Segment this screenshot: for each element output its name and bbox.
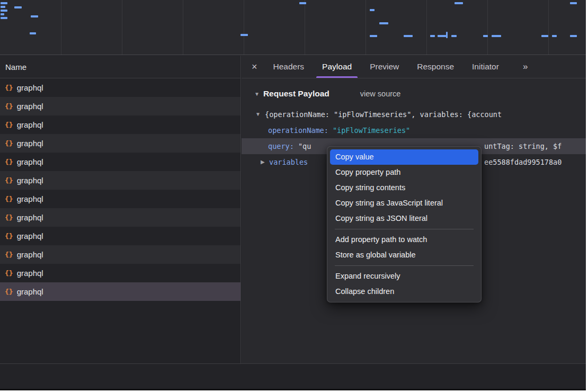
timeline-gridline xyxy=(61,0,61,55)
network-overview-timeline[interactable] xyxy=(0,0,586,55)
timeline-gridline xyxy=(487,0,488,55)
timeline-activity-bar xyxy=(570,35,577,37)
timeline-activity-bar xyxy=(299,2,306,4)
bottom-strip xyxy=(0,364,586,390)
menu-separator xyxy=(335,265,474,266)
tab-preview[interactable]: Preview xyxy=(361,56,408,78)
tab-headers[interactable]: Headers xyxy=(264,56,314,78)
timeline-activity-bar xyxy=(404,35,413,37)
view-source-link[interactable]: view source xyxy=(360,90,401,98)
timeline-gridline xyxy=(183,0,183,55)
name-column-header[interactable]: Name xyxy=(0,56,240,78)
property-key: query: xyxy=(268,142,298,150)
request-row[interactable]: {}graphql xyxy=(0,78,240,97)
payload-summary-row[interactable]: {operationName: "ipFlowTimeseries", vari… xyxy=(242,106,586,122)
json-braces-icon: {} xyxy=(5,195,13,203)
request-list: {}graphql {}graphql {}graphql {}graphql … xyxy=(0,78,240,301)
timeline-activity-bar xyxy=(492,35,501,37)
expanded-triangle-icon xyxy=(255,106,261,122)
menu-item-copy-property-path[interactable]: Copy property path xyxy=(330,165,478,180)
menu-item-collapse-children[interactable]: Collapse children xyxy=(330,284,478,299)
payload-summary-text: {operationName: "ipFlowTimeseries", vari… xyxy=(265,110,502,119)
timeline-activity-bar xyxy=(438,35,446,37)
request-name: graphql xyxy=(17,287,43,296)
property-value-fragment: "qu xyxy=(298,142,311,150)
json-braces-icon: {} xyxy=(5,158,13,166)
tab-payload[interactable]: Payload xyxy=(313,56,361,78)
json-braces-icon: {} xyxy=(5,269,13,277)
menu-item-expand-recursively[interactable]: Expand recursively xyxy=(330,269,478,284)
tab-initiator[interactable]: Initiator xyxy=(463,56,508,78)
json-braces-icon: {} xyxy=(5,176,13,184)
timeline-gridline xyxy=(548,0,549,55)
timeline-activity-bar xyxy=(1,13,4,15)
json-braces-icon: {} xyxy=(5,121,13,129)
request-name: graphql xyxy=(17,176,43,185)
request-name: graphql xyxy=(17,250,43,259)
timeline-gridline xyxy=(305,0,305,55)
timeline-activity-bar xyxy=(446,32,448,38)
request-name: graphql xyxy=(17,157,43,166)
close-details-button[interactable]: × xyxy=(245,56,264,78)
request-row[interactable]: {}graphql xyxy=(0,153,240,171)
request-row[interactable]: {}graphql xyxy=(0,208,240,227)
timeline-activity-bar xyxy=(379,22,388,24)
timeline-activity-bar xyxy=(14,6,22,8)
timeline-gridline xyxy=(426,0,427,55)
request-row[interactable]: {}graphql xyxy=(0,264,240,282)
property-value: "ipFlowTimeseries" xyxy=(333,126,410,135)
request-row[interactable]: {}graphql xyxy=(0,134,240,153)
request-row[interactable]: {}graphql xyxy=(0,97,240,115)
timeline-activity-bar xyxy=(370,9,375,11)
json-braces-icon: {} xyxy=(5,232,13,240)
request-name: graphql xyxy=(17,120,43,129)
collapsed-triangle-icon xyxy=(261,154,265,170)
timeline-activity-bar xyxy=(451,35,457,37)
menu-item-copy-string-js-literal[interactable]: Copy string as JavaScript literal xyxy=(330,195,478,211)
menu-separator xyxy=(335,229,474,229)
timeline-gridline xyxy=(244,0,244,55)
request-name: graphql xyxy=(17,83,43,92)
requests-pane: Name {}graphql {}graphql {}graphql {}gra… xyxy=(0,56,241,363)
menu-item-copy-string-contents[interactable]: Copy string contents xyxy=(330,180,478,195)
request-row[interactable]: {}graphql xyxy=(0,190,240,208)
timeline-gridline xyxy=(366,0,366,55)
menu-item-add-property-path-to-watch[interactable]: Add property path to watch xyxy=(330,232,478,247)
timeline-activity-bar xyxy=(552,35,557,37)
timeline-activity-bar xyxy=(483,35,488,37)
request-name: graphql xyxy=(17,102,43,111)
timeline-activity-bar xyxy=(370,35,377,37)
more-tabs-button[interactable]: » xyxy=(515,56,535,78)
payload-row-operation-name[interactable]: operationName: "ipFlowTimeseries" xyxy=(242,122,586,138)
chevron-double-right-icon: » xyxy=(523,61,528,72)
request-name: graphql xyxy=(17,231,43,240)
request-row[interactable]: {}graphql xyxy=(0,115,240,134)
property-value-fragment-right: ee5588fdad995178a0 xyxy=(484,154,562,170)
timeline-activity-bar xyxy=(30,32,36,34)
request-row[interactable]: {}graphql xyxy=(0,171,240,190)
request-row[interactable]: {}graphql xyxy=(0,245,240,264)
request-name: graphql xyxy=(17,194,43,203)
timeline-activity-bar xyxy=(541,35,548,37)
property-key: variables xyxy=(269,158,308,166)
timeline-activity-bar xyxy=(31,15,38,17)
property-key: operationName: xyxy=(268,126,333,135)
tab-response[interactable]: Response xyxy=(408,56,463,78)
timeline-activity-bar xyxy=(240,34,248,36)
menu-item-store-as-global-variable[interactable]: Store as global variable xyxy=(330,247,478,263)
request-row-selected[interactable]: {}graphql xyxy=(0,282,240,301)
details-tabbar: × Headers Payload Preview Response Initi… xyxy=(242,56,586,78)
request-name: graphql xyxy=(17,213,43,222)
collapse-triangle-icon[interactable] xyxy=(254,91,260,97)
json-braces-icon: {} xyxy=(5,251,13,259)
timeline-activity-bar xyxy=(430,35,435,37)
timeline-activity-bar xyxy=(1,17,7,19)
devtools-window: Name {}graphql {}graphql {}graphql {}gra… xyxy=(0,0,586,390)
timeline-activity-bar xyxy=(1,6,5,8)
request-row[interactable]: {}graphql xyxy=(0,227,240,245)
request-name: graphql xyxy=(17,139,43,148)
json-braces-icon: {} xyxy=(5,139,13,147)
timeline-activity-bar xyxy=(570,2,577,4)
menu-item-copy-string-json-literal[interactable]: Copy string as JSON literal xyxy=(330,211,478,226)
menu-item-copy-value[interactable]: Copy value xyxy=(330,149,478,165)
